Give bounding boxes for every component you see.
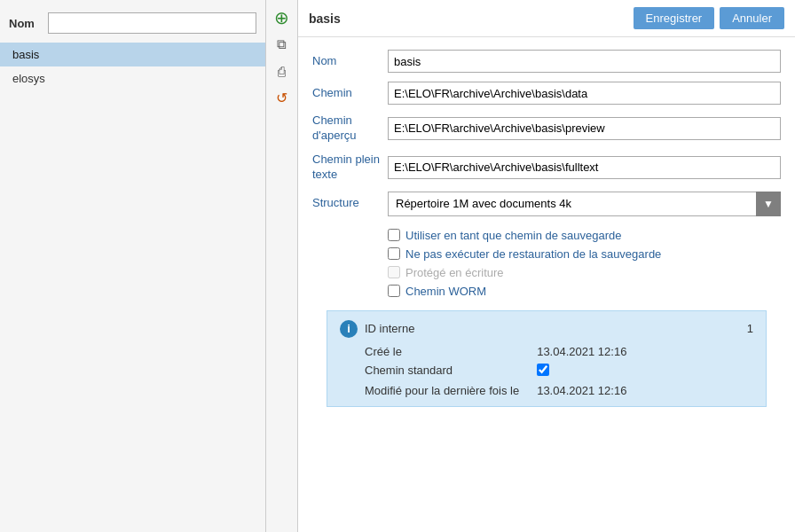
chemin-apercu-label: Chemin d'aperçu [312,113,388,144]
header-buttons: Enregistrer Annuler [634,7,784,29]
checkbox-restauration-row: Ne pas exécuter de restauration de la sa… [388,247,781,261]
info-icon: i [340,320,358,338]
nom-form-row: Nom [312,50,781,73]
copy-button[interactable]: ⧉ [272,34,293,55]
checkbox-protege-row: Protégé en écriture [388,266,781,279]
checkbox-sauvegarde-row: Utiliser en tant que chemin de sauvegard… [388,229,781,242]
info-grid: Créé le 13.04.2021 12:16 Chemin standard… [365,345,753,397]
checkbox-sauvegarde[interactable] [388,229,400,241]
refresh-button[interactable]: ↺ [272,87,293,108]
chemin-apercu-form-row: Chemin d'aperçu [312,113,781,144]
icon-column: ⊕ ⧉ ⎙ ↺ [266,0,298,532]
chemin-std-value [537,364,753,379]
checkbox-sauvegarde-label[interactable]: Utiliser en tant que chemin de sauvegard… [405,229,622,242]
copy-icon: ⧉ [277,36,287,52]
nom-row: Nom [0,7,265,39]
checkbox-restauration-label[interactable]: Ne pas exécuter de restauration de la sa… [405,247,661,261]
chemin-field-label: Chemin [312,86,388,101]
plus-icon: ⊕ [274,7,289,28]
structure-label: Structure [312,196,388,211]
refresh-icon: ↺ [276,90,287,106]
print-icon: ⎙ [278,64,286,79]
nom-input[interactable] [48,12,256,34]
cree-label: Créé le [365,345,519,358]
chemin-plein-form-row: Chemin plein texte [312,153,781,183]
list-item-elosys[interactable]: elosys [0,66,265,90]
id-interne-label: ID interne [365,322,414,335]
structure-select-wrapper: Répertoire 1M avec documents 4k ▼ [388,192,781,216]
cree-value: 13.04.2021 12:16 [537,345,753,358]
chemin-field-input[interactable] [388,82,781,105]
list-area: basis elosys [0,43,265,525]
save-button[interactable]: Enregistrer [634,7,715,29]
add-button[interactable]: ⊕ [272,7,293,28]
checkboxes-area: Utiliser en tant que chemin de sauvegard… [388,229,781,298]
chemin-form-row: Chemin [312,82,781,105]
info-box-header: i ID interne 1 [340,320,753,338]
checkbox-protege-label: Protégé en écriture [405,266,504,279]
list-item-basis[interactable]: basis [0,43,265,66]
nom-label: Nom [9,17,41,30]
chemin-standard-checkbox[interactable] [537,364,549,376]
chemin-apercu-input[interactable] [388,117,781,140]
page-title: basis [309,12,341,26]
id-interne-value: 1 [747,322,753,335]
form-area: Nom Chemin Chemin d'aperçu Chemin plein … [298,37,795,532]
structure-select[interactable]: Répertoire 1M avec documents 4k [388,192,781,216]
checkbox-protege [388,266,400,278]
right-panel: basis Enregistrer Annuler Nom Chemin Che… [298,0,795,532]
modifie-value: 13.04.2021 12:16 [537,384,753,397]
chemin-std-label: Chemin standard [365,364,519,379]
modifie-label: Modifié pour la dernière fois le [365,384,519,397]
checkbox-worm-label[interactable]: Chemin WORM [405,285,486,298]
right-header: basis Enregistrer Annuler [298,0,795,37]
print-button[interactable]: ⎙ [272,60,293,82]
checkbox-worm-row: Chemin WORM [388,285,781,298]
info-box: i ID interne 1 Créé le 13.04.2021 12:16 … [327,310,767,407]
checkbox-worm[interactable] [388,285,400,297]
nom-field-label: Nom [312,54,388,69]
left-panel: Nom basis elosys [0,0,266,532]
cancel-button[interactable]: Annuler [720,7,784,29]
structure-form-row: Structure Répertoire 1M avec documents 4… [312,192,781,216]
checkbox-restauration[interactable] [388,247,400,260]
chemin-plein-input[interactable] [388,156,781,179]
chemin-plein-label: Chemin plein texte [312,153,388,183]
nom-field-input[interactable] [388,50,781,73]
